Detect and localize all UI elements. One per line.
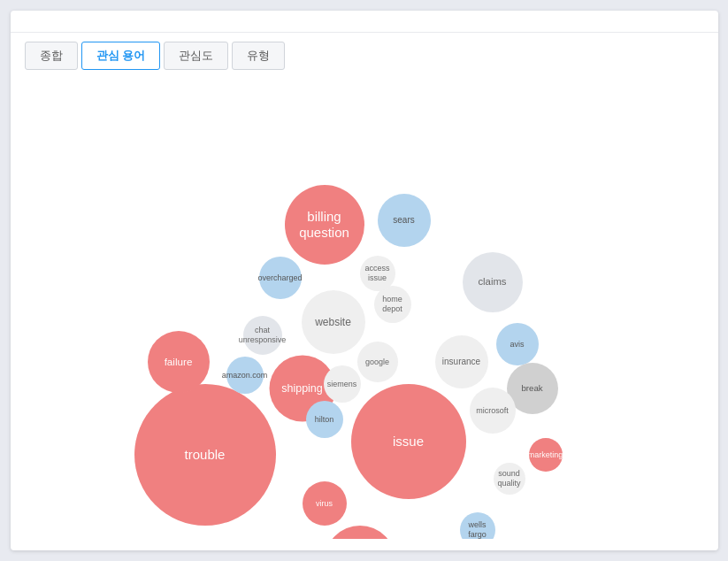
- tabs-container: 종합관심 용어관심도유형: [11, 33, 718, 70]
- bubble-billing-question[interactable]: billing question: [285, 185, 364, 265]
- bubble-claims[interactable]: claims: [463, 252, 523, 312]
- tab-summary[interactable]: 종합: [25, 42, 78, 70]
- bubble-error[interactable]: error: [325, 526, 395, 539]
- bubble-siemens[interactable]: siemens: [324, 365, 361, 403]
- bubble-failure[interactable]: failure: [148, 331, 210, 393]
- bubble-chat-unresponsive[interactable]: chat unresponsive: [243, 316, 282, 355]
- card-header: [11, 11, 718, 33]
- bubble-issue[interactable]: issue: [351, 384, 466, 499]
- bubble-trouble[interactable]: trouble: [134, 384, 276, 526]
- bubble-sound-quality[interactable]: sound quality: [494, 463, 525, 495]
- bubble-virus[interactable]: virus: [303, 481, 347, 526]
- bubble-website[interactable]: website: [302, 290, 365, 354]
- bubble-overcharged[interactable]: overcharged: [259, 257, 302, 299]
- tab-interest-term[interactable]: 관심 용어: [81, 42, 161, 70]
- bubble-home-depot[interactable]: home depot: [374, 286, 411, 323]
- tab-interest[interactable]: 관심도: [164, 42, 228, 70]
- bubble-avis[interactable]: avis: [496, 323, 539, 365]
- tab-type[interactable]: 유형: [232, 42, 285, 70]
- bubble-amazon[interactable]: amazon.com: [226, 357, 264, 394]
- bubble-google[interactable]: google: [357, 342, 398, 382]
- bubble-chart: troubleissuebilling questionshippingfail…: [11, 70, 718, 539]
- bubble-sears[interactable]: sears: [378, 194, 431, 247]
- bubble-hilton[interactable]: hilton: [306, 401, 343, 438]
- bubble-insurance[interactable]: insurance: [435, 335, 488, 388]
- bubble-wells-fargo[interactable]: wells fargo: [460, 512, 495, 539]
- bubble-marketing[interactable]: marketing: [529, 438, 563, 472]
- bubble-access-issue[interactable]: access issue: [360, 256, 395, 291]
- bubble-microsoft[interactable]: microsoft: [470, 388, 516, 434]
- card-container: 종합관심 용어관심도유형 troubleissuebilling questio…: [11, 11, 718, 550]
